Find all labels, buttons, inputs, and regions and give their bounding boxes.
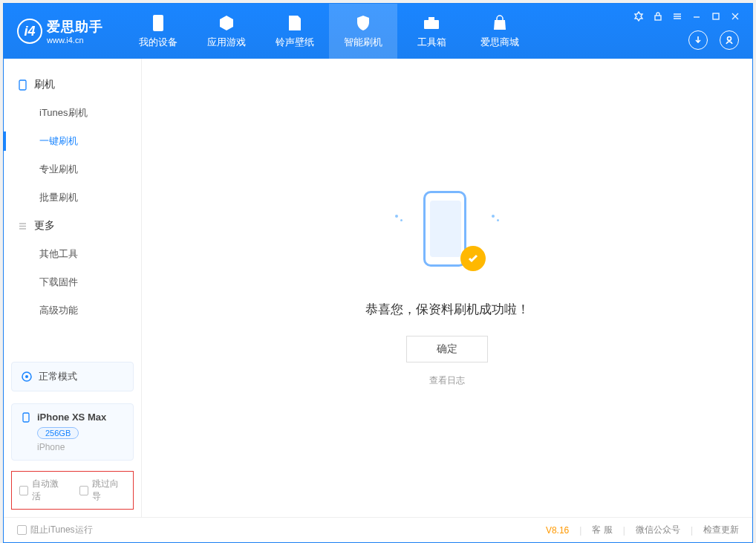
ok-button[interactable]: 确定 [406, 336, 488, 362]
app-name: 爱思助手 [47, 18, 103, 36]
tab-ring-wall[interactable]: 铃声壁纸 [261, 4, 329, 59]
maximize-button[interactable] [709, 10, 723, 23]
check-badge-icon [460, 246, 486, 271]
close-button[interactable] [729, 10, 742, 23]
version-label: V8.16 [546, 525, 569, 536]
app-body: 刷机 iTunes刷机 一键刷机 专业刷机 批量刷机 更多 其他工具 下载固件 … [4, 59, 752, 517]
window-controls [632, 4, 752, 59]
svg-rect-1 [424, 20, 439, 29]
main-content: 恭喜您，保资料刷机成功啦！ 确定 查看日志 [142, 59, 752, 517]
theme-icon[interactable] [632, 10, 645, 23]
tab-label: 我的设备 [139, 36, 177, 49]
phone-illustration-icon [423, 191, 466, 267]
nav-advanced[interactable]: 高级功能 [4, 296, 141, 325]
checkbox-row: 自动激活 跳过向导 [11, 471, 134, 510]
app-window: i4 爱思助手 www.i4.cn 我的设备 应用游戏 铃声壁纸 智能刷机 [3, 3, 753, 543]
shield-refresh-icon [354, 13, 372, 33]
side-nav: 刷机 iTunes刷机 一键刷机 专业刷机 批量刷机 更多 其他工具 下载固件 … [4, 59, 141, 356]
tab-label: 爱思商城 [480, 36, 519, 49]
phone-small-icon [17, 79, 28, 91]
tab-smart-flash[interactable]: 智能刷机 [329, 4, 397, 59]
nav-itunes-flash[interactable]: iTunes刷机 [4, 99, 141, 127]
music-file-icon [287, 13, 302, 33]
checkbox-label: 阻止iTunes运行 [30, 524, 93, 536]
svg-rect-0 [153, 15, 163, 31]
nav-other-tools[interactable]: 其他工具 [4, 240, 141, 268]
checkbox-icon [79, 486, 88, 495]
block-itunes-checkbox[interactable]: 阻止iTunes运行 [17, 524, 93, 536]
mode-label: 正常模式 [39, 370, 77, 383]
checkbox-icon [17, 525, 27, 535]
group-label: 更多 [34, 219, 55, 233]
lock-icon[interactable] [651, 10, 665, 23]
app-logo: i4 爱思助手 www.i4.cn [4, 4, 117, 59]
svg-rect-3 [655, 16, 661, 20]
minimize-button[interactable] [690, 10, 703, 23]
svg-point-8 [25, 375, 28, 378]
bag-icon [492, 13, 508, 33]
nav-pro-flash[interactable]: 专业刷机 [4, 155, 141, 183]
logo-text: 爱思助手 www.i4.cn [47, 18, 103, 45]
download-button[interactable] [688, 30, 708, 50]
device-name: iPhone XS Max [37, 412, 106, 423]
svg-rect-6 [19, 80, 26, 90]
tab-label: 应用游戏 [207, 36, 246, 49]
wechat-link[interactable]: 微信公众号 [636, 524, 680, 536]
success-illustration [395, 185, 499, 282]
view-log-link[interactable]: 查看日志 [429, 374, 465, 387]
device-type: iPhone [37, 439, 124, 452]
sidebar: 刷机 iTunes刷机 一键刷机 专业刷机 批量刷机 更多 其他工具 下载固件 … [4, 59, 142, 517]
success-message: 恭喜您，保资料刷机成功啦！ [365, 301, 529, 318]
device-box[interactable]: iPhone XS Max 256GB iPhone [11, 403, 134, 461]
group-flash: 刷机 [4, 71, 141, 99]
app-url: www.i4.cn [47, 36, 103, 45]
tab-label: 工具箱 [417, 36, 446, 49]
skip-guide-checkbox[interactable]: 跳过向导 [79, 478, 126, 503]
support-link[interactable]: 客 服 [592, 524, 612, 536]
title-bar: i4 爱思助手 www.i4.cn 我的设备 应用游戏 铃声壁纸 智能刷机 [4, 4, 752, 59]
sparkle-icon [492, 215, 499, 222]
group-more: 更多 [4, 212, 141, 240]
nav-one-key-flash[interactable]: 一键刷机 [4, 127, 141, 155]
check-update-link[interactable]: 检查更新 [703, 524, 739, 536]
logo-icon: i4 [17, 19, 42, 44]
tab-apps-games[interactable]: 应用游戏 [192, 4, 261, 59]
tab-store[interactable]: 爱思商城 [466, 4, 534, 59]
checkbox-icon [19, 486, 28, 495]
device-small-icon [21, 412, 31, 423]
checkbox-label: 自动激活 [32, 478, 65, 503]
top-tabs: 我的设备 应用游戏 铃声壁纸 智能刷机 工具箱 爱思商城 [124, 4, 534, 59]
checkbox-label: 跳过向导 [92, 478, 126, 503]
mode-box[interactable]: 正常模式 [11, 362, 134, 391]
toolbox-icon [423, 13, 440, 33]
group-label: 刷机 [34, 78, 55, 91]
tab-my-device[interactable]: 我的设备 [124, 4, 192, 59]
cube-icon [218, 13, 235, 33]
svg-rect-9 [23, 413, 29, 422]
mode-icon [21, 371, 33, 383]
list-icon [17, 221, 28, 232]
svg-rect-4 [713, 13, 719, 19]
user-button[interactable] [720, 30, 739, 50]
device-icon [152, 13, 164, 33]
sparkle-icon [395, 215, 403, 222]
svg-point-5 [728, 37, 731, 41]
tab-label: 智能刷机 [344, 36, 382, 49]
tab-label: 铃声壁纸 [276, 36, 314, 49]
device-capacity: 256GB [37, 427, 79, 439]
tab-toolbox[interactable]: 工具箱 [397, 4, 466, 59]
status-bar: 阻止iTunes运行 V8.16 | 客 服 | 微信公众号 | 检查更新 [4, 517, 752, 542]
menu-icon[interactable] [671, 10, 684, 23]
auto-activate-checkbox[interactable]: 自动激活 [19, 478, 66, 503]
nav-download-fw[interactable]: 下载固件 [4, 268, 141, 296]
svg-rect-2 [428, 17, 434, 20]
nav-batch-flash[interactable]: 批量刷机 [4, 183, 141, 212]
